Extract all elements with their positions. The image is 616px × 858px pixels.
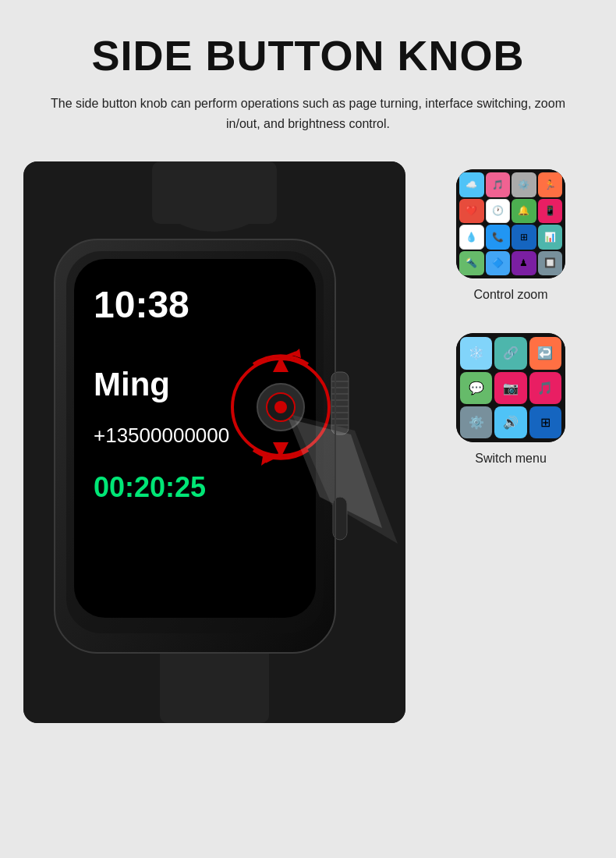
main-content: 10:38 Ming +13500000000 00:20:25 [23, 161, 593, 723]
app-cell: 📷 [494, 372, 526, 404]
app-cell: ⊞ [529, 406, 561, 438]
app-cell: 📞 [486, 225, 511, 250]
app-cell: 🔔 [512, 199, 536, 224]
app-cell: 🔲 [538, 251, 563, 276]
switch-menu-image: ❄️ 🔗 ↩️ 💬 📷 🎵 ⚙️ 🔊 ⊞ [456, 333, 565, 442]
app-cell: ♟ [512, 251, 536, 276]
control-zoom-image: ☁️ 🎵 ⚙️ 🏃 ❤️ 🕐 🔔 📱 💧 📞 ⊞ 📊 🔦 [456, 169, 565, 278]
app-cell: 🔷 [486, 251, 511, 276]
feature-control-zoom: ☁️ 🎵 ⚙️ 🏃 ❤️ 🕐 🔔 📱 💧 📞 ⊞ 📊 🔦 [456, 169, 565, 302]
switch-menu-label: Switch menu [475, 452, 547, 466]
app-cell: 🔊 [494, 406, 526, 438]
app-cell: ⚙️ [512, 172, 536, 197]
app-cell: ☁️ [459, 172, 484, 197]
page-subtitle: The side button knob can perform operati… [43, 94, 573, 133]
svg-text:+13500000000: +13500000000 [94, 424, 229, 447]
switch-menu-grid: ❄️ 🔗 ↩️ 💬 📷 🎵 ⚙️ 🔊 ⊞ [456, 333, 565, 442]
app-cell: ❤️ [459, 199, 484, 224]
watch-image: 10:38 Ming +13500000000 00:20:25 [23, 161, 405, 723]
app-cell: 💬 [460, 372, 492, 404]
app-cell: 📊 [538, 225, 563, 250]
app-cell: ⊞ [512, 225, 536, 250]
right-panel: ☁️ 🎵 ⚙️ 🏃 ❤️ 🕐 🔔 📱 💧 📞 ⊞ 📊 🔦 [429, 161, 593, 466]
app-cell: 🏃 [538, 172, 563, 197]
app-cell: 💧 [459, 225, 484, 250]
app-cell: ⚙️ [460, 406, 492, 438]
app-cell: ❄️ [460, 337, 492, 369]
app-cell: 🎵 [529, 372, 561, 404]
app-cell: 🕐 [486, 199, 511, 224]
control-zoom-grid: ☁️ 🎵 ⚙️ 🏃 ❤️ 🕐 🔔 📱 💧 📞 ⊞ 📊 🔦 [456, 169, 565, 278]
svg-text:Ming: Ming [94, 366, 170, 402]
control-zoom-label: Control zoom [473, 288, 547, 302]
app-cell: 🎵 [486, 172, 511, 197]
watch-svg: 10:38 Ming +13500000000 00:20:25 [23, 161, 405, 723]
app-cell: 🔗 [494, 337, 526, 369]
svg-point-23 [274, 401, 287, 413]
svg-text:10:38: 10:38 [94, 284, 189, 325]
svg-rect-2 [152, 161, 277, 224]
app-cell: 🔦 [459, 251, 484, 276]
app-cell: ↩️ [529, 337, 561, 369]
feature-switch-menu: ❄️ 🔗 ↩️ 💬 📷 🎵 ⚙️ 🔊 ⊞ Switch menu [456, 333, 565, 466]
page-title: SIDE BUTTON KNOB [91, 31, 524, 80]
svg-text:00:20:25: 00:20:25 [94, 471, 206, 503]
app-cell: 📱 [538, 199, 563, 224]
